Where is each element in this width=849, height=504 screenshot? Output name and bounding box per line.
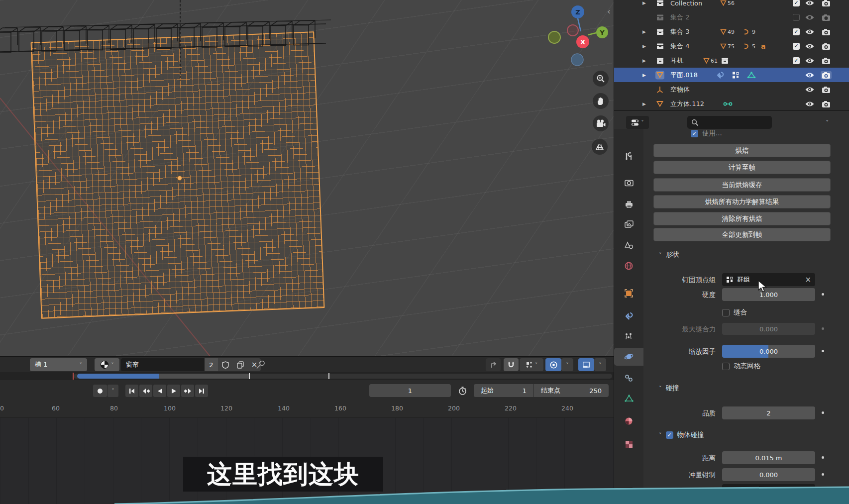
clear-pin-group-icon[interactable]: × [805,275,811,284]
expand-arrow-icon[interactable]: ▶ [642,73,646,78]
current-cache-to-bake-button[interactable]: 当前烘焙缓存 [653,178,831,192]
gizmo-axis-x[interactable]: X [576,35,589,48]
camera-visibility-icon[interactable] [822,14,831,21]
next-keyframe-button[interactable] [181,385,194,397]
tab-texture[interactable] [614,435,643,453]
tab-render[interactable] [614,174,643,192]
tab-object-data[interactable] [614,389,643,407]
tab-modifiers[interactable] [614,307,643,325]
object-collisions-checkbox[interactable]: ✓ [666,431,673,439]
camera-visibility-icon[interactable] [822,28,831,35]
snap-target-dropdown[interactable]: ˅ [520,358,543,371]
timeline-ruler[interactable]: 40 60 80 100 120 140 160 180 200 220 240 [0,400,614,418]
proportional-editing-button[interactable] [545,358,561,371]
max-sewing-field[interactable]: 0.000 [722,323,815,335]
toggle-grid-button[interactable] [592,139,608,155]
shrinking-slider[interactable]: 0.000 [722,345,815,358]
current-frame-field[interactable]: 1 [369,384,451,397]
collection-checkbox[interactable]: ✓ [793,28,800,35]
outliner-row-collection3[interactable]: ▶ 集合 3 49 9 ✓ [614,24,849,39]
properties-search-input[interactable] [687,116,772,129]
fake-user-button[interactable] [218,358,233,371]
shape-section-header[interactable]: ˅ 形状 [659,250,679,259]
parent-node-tree-button[interactable] [486,358,501,371]
outliner-row-collection2[interactable]: 集合 2 [614,10,849,24]
camera-visibility-icon[interactable] [822,101,831,107]
collection-name[interactable]: 集合 4 [670,42,689,51]
hide-eye-icon[interactable] [805,43,815,49]
hide-eye-icon[interactable] [805,101,815,107]
outliner-row-cube112[interactable]: ▶ 立方体.112 [614,97,849,110]
animate-dot[interactable] [822,473,824,476]
animate-dot[interactable] [822,411,824,414]
use-checkbox[interactable]: ✓ [691,130,698,137]
camera-visibility-icon[interactable] [822,86,831,93]
pin-icon[interactable] [255,360,266,370]
collection-checkbox[interactable]: ✓ [793,0,800,6]
sewing-row[interactable]: 缝合 [722,308,747,317]
expand-arrow-icon[interactable]: ▶ [642,0,646,5]
collapse-panel-icon[interactable]: ‹ [607,9,611,14]
tab-particles[interactable] [614,327,643,345]
camera-visibility-icon[interactable] [822,0,831,6]
sewing-checkbox[interactable] [722,309,730,316]
object-name[interactable]: 立方体.112 [670,100,704,108]
delete-all-bakes-button[interactable]: 清除所有烘焙 [653,212,831,225]
expand-arrow-icon[interactable]: ▶ [642,101,646,106]
panel-options-chevron-icon[interactable]: ˅ [826,119,829,126]
outliner-row-collection[interactable]: ▶ Collection 56 ✓ [614,0,849,10]
collection-checkbox[interactable]: ✓ [793,43,800,50]
gizmo-axis-z[interactable]: Z [571,5,584,18]
animate-dot[interactable] [822,456,824,459]
hide-eye-icon[interactable] [805,28,815,35]
frame-start-field[interactable]: 起始 1 [474,384,533,397]
animate-dot[interactable] [822,350,824,352]
distance-field[interactable]: 0.015 m [722,451,815,464]
tab-object-constraints[interactable] [614,369,643,387]
expand-arrow-icon[interactable]: ▶ [642,58,646,63]
bake-all-dynamics-button[interactable]: 烘焙所有动力学解算结果 [653,195,831,208]
quality-field[interactable]: 2 [722,406,815,419]
jump-to-end-button[interactable] [195,385,208,397]
expand-arrow-icon[interactable]: ▶ [642,29,646,34]
outliner-row-plane018-selected[interactable]: ▶ 平面.018 [614,68,849,82]
camera-visibility-icon[interactable] [821,71,832,79]
play-reverse-button[interactable] [153,385,166,397]
record-options-chevron[interactable]: ˅ [107,385,118,397]
material-name-field[interactable]: 窗帘 [121,358,205,371]
collection-name[interactable]: 集合 2 [670,13,689,22]
collection-checkbox[interactable]: ✓ [793,57,800,64]
expand-arrow-icon[interactable]: ▶ [642,44,646,49]
outliner-row-collection4[interactable]: ▶ 集合 4 75 5 a ✓ [614,39,849,53]
record-button[interactable] [93,385,107,397]
auto-keying-clock-button[interactable] [455,385,470,397]
collisions-section-header[interactable]: ˅ 碰撞 [659,384,679,393]
tab-view-layer[interactable] [614,215,643,233]
animate-dot[interactable] [822,293,824,296]
hide-eye-icon[interactable] [805,14,815,20]
display-mode-button[interactable] [578,358,594,371]
object-collisions-header[interactable]: ˅ ✓ 物体碰撞 [659,430,704,439]
camera-visibility-icon[interactable] [822,57,831,64]
play-button[interactable] [167,385,180,397]
proportional-falloff-chevron[interactable]: ˅ [561,358,573,371]
outliner-row-headphones[interactable]: ▶ 耳机 61 ✓ [614,53,849,68]
move-view-button[interactable] [593,93,609,109]
collection-name[interactable]: 耳机 [670,56,683,65]
gizmo-axis-neg-x[interactable] [567,25,578,36]
bake-button[interactable]: 烘焙 [653,144,831,157]
material-users-count[interactable]: 2 [205,358,218,371]
tab-world[interactable] [614,257,643,275]
camera-visibility-icon[interactable] [822,43,831,50]
3d-viewport[interactable]: Z Y X [0,0,614,356]
display-mode-chevron[interactable]: ˅ [594,358,606,371]
use-filter-row[interactable]: ✓ 使用... [691,129,722,138]
gizmo-axis-neg-z[interactable] [571,54,583,66]
zoom-view-button[interactable] [593,71,609,87]
tab-object[interactable] [614,284,643,302]
editor-type-button[interactable]: ˅ [626,116,649,129]
update-all-to-frame-button[interactable]: 全部更新到帧 [653,228,831,241]
frame-end-field[interactable]: 结束点 250 [534,384,609,397]
tab-output[interactable] [614,195,643,213]
material-slot-dropdown[interactable]: 槽 1 ˅ [30,358,87,371]
